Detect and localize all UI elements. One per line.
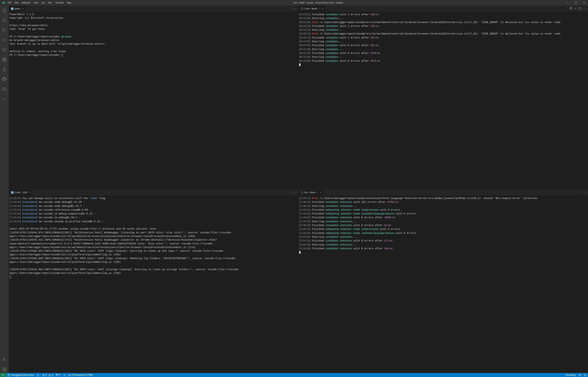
terminal-icon: [301, 191, 303, 194]
ports-status[interactable]: 2: [55, 373, 62, 377]
maximize-button[interactable]: [572, 0, 580, 5]
pull-requests-icon[interactable]: [0, 85, 9, 93]
menu-go[interactable]: Go: [40, 1, 46, 5]
tab-code-oss[interactable]: Code - OSS ×: [9, 189, 33, 196]
tab-label: pwsh: [15, 7, 20, 10]
minimize-button[interactable]: [564, 0, 572, 5]
status-bar: merogge/terminal-editor 0 0 2 Pull Reque…: [0, 373, 588, 377]
explorer-icon[interactable]: [0, 7, 9, 14]
svg-point-29: [69, 375, 69, 376]
terminal-output[interactable]: [11:55:40] You can manage built-in exten…: [9, 196, 298, 373]
svg-rect-7: [3, 58, 4, 59]
terminal-output[interactable]: [13:46:10] Error: C:/Users/merogge/repos…: [298, 196, 588, 373]
svg-point-3: [3, 28, 4, 29]
problems-status[interactable]: 0 0: [41, 373, 55, 377]
pane-code-oss: Code - OSS × ⋯ [11:55:40] You can manage…: [9, 189, 298, 373]
pane-pwsh: pwsh × ⋯ PowerShell 7.1.3 Copyright (c) …: [9, 5, 298, 189]
pull-request-label: Pull Request #127889: [71, 374, 93, 376]
tab-pwsh[interactable]: pwsh ×: [9, 5, 26, 12]
more-icon[interactable]: ⋯: [583, 191, 586, 194]
warning-count: 0: [52, 374, 53, 376]
close-icon[interactable]: ×: [29, 191, 31, 194]
feedback-icon[interactable]: [577, 373, 583, 377]
testing-icon[interactable]: [0, 66, 9, 73]
reviewing-status[interactable]: Reviewing: [564, 373, 577, 377]
terminal-output[interactable]: [09:04:31] Finished compilation with 1 e…: [298, 12, 588, 189]
check-icon: ✓: [318, 7, 320, 10]
svg-point-27: [64, 375, 65, 376]
menu-selection[interactable]: Selection: [20, 1, 32, 5]
menu-file[interactable]: File: [6, 1, 13, 5]
menu-help[interactable]: Help: [65, 1, 73, 5]
branch-status[interactable]: merogge/terminal-editor: [6, 373, 35, 377]
svg-rect-8: [3, 60, 4, 61]
svg-point-14: [4, 358, 5, 360]
menu-edit[interactable]: Edit: [13, 1, 20, 5]
svg-rect-16: [11, 7, 14, 10]
svg-rect-6: [3, 48, 6, 50]
svg-point-30: [70, 375, 70, 376]
tab-ext-build[interactable]: Ext - Build ✓ ×: [298, 189, 324, 196]
copy-icon[interactable]: [569, 7, 572, 10]
terminal-icon: [11, 191, 14, 194]
split-icon[interactable]: [578, 7, 581, 10]
tab-bar: Code - OSS × ⋯: [9, 189, 298, 196]
tab-bar: Core - Build ✓ × +▾ ⋯: [298, 5, 588, 12]
svg-point-4: [3, 31, 4, 32]
branch-name: merogge/terminal-editor: [11, 374, 34, 376]
svg-rect-21: [11, 191, 14, 194]
sync-status[interactable]: [35, 373, 41, 377]
title-bar: FileEditSelectionViewGoRunTerminalHelp C…: [0, 0, 588, 5]
terminal-panel-icon[interactable]: [0, 95, 9, 102]
source-control-icon[interactable]: [0, 26, 9, 34]
terminal-icon: [11, 7, 14, 10]
svg-point-12: [3, 90, 4, 90]
tab-bar: Ext - Build ✓ × ⋯: [298, 189, 588, 196]
menu-terminal[interactable]: Terminal: [54, 1, 65, 5]
more-icon[interactable]: ⋯: [294, 191, 296, 194]
pull-request-status[interactable]: Pull Request #127889: [67, 373, 94, 377]
settings-gear-icon[interactable]: [0, 366, 9, 373]
more-icon[interactable]: ⋯: [294, 7, 296, 10]
svg-point-23: [8, 376, 9, 376]
svg-point-22: [8, 374, 9, 375]
terminal-output[interactable]: PowerShell 7.1.3 Copyright (c) Microsoft…: [9, 12, 298, 189]
close-icon[interactable]: ×: [320, 191, 321, 194]
svg-rect-1: [575, 2, 577, 4]
menu-bar: FileEditSelectionViewGoRunTerminalHelp: [6, 1, 73, 5]
menu-view[interactable]: View: [32, 1, 40, 5]
svg-point-28: [69, 374, 69, 375]
close-button[interactable]: [580, 0, 588, 5]
svg-point-11: [3, 88, 4, 88]
tab-bar: pwsh × ⋯: [9, 5, 298, 12]
check-icon: ✓: [316, 191, 318, 194]
add-icon[interactable]: +▾: [574, 7, 577, 10]
github-icon[interactable]: [0, 76, 9, 83]
svg-rect-9: [5, 60, 6, 61]
accounts-icon[interactable]: [0, 356, 9, 363]
svg-point-24: [9, 375, 10, 375]
svg-point-2: [3, 19, 5, 22]
run-debug-icon[interactable]: [0, 36, 9, 44]
remote-explorer-icon[interactable]: [0, 46, 9, 53]
more-icon[interactable]: ⋯: [583, 7, 586, 10]
close-icon[interactable]: ×: [322, 7, 323, 10]
extensions-icon[interactable]: [0, 56, 9, 63]
tab-label: Ext - Build: [304, 191, 315, 194]
live-share[interactable]: [62, 373, 67, 377]
close-icon[interactable]: ×: [22, 7, 23, 10]
pane-core-build: Core - Build ✓ × +▾ ⋯ [09:04:31] Finishe…: [298, 5, 588, 189]
pane-ext-build: Ext - Build ✓ × ⋯ [13:46:10] Error: C:/U…: [298, 189, 588, 373]
menu-run[interactable]: Run: [46, 1, 53, 5]
activity-bar: [0, 5, 9, 373]
remote-indicator[interactable]: [0, 373, 6, 377]
svg-rect-10: [5, 58, 6, 59]
search-icon[interactable]: [0, 17, 9, 24]
app-logo: [0, 1, 6, 4]
svg-point-13: [5, 90, 6, 90]
tab-core-build[interactable]: Core - Build ✓ ×: [298, 5, 325, 12]
svg-point-5: [5, 30, 6, 31]
terminal-icon: [301, 7, 303, 10]
notifications-icon[interactable]: [583, 373, 588, 377]
window-title: Core - Build - vscode - Visual Studio Co…: [73, 1, 564, 4]
